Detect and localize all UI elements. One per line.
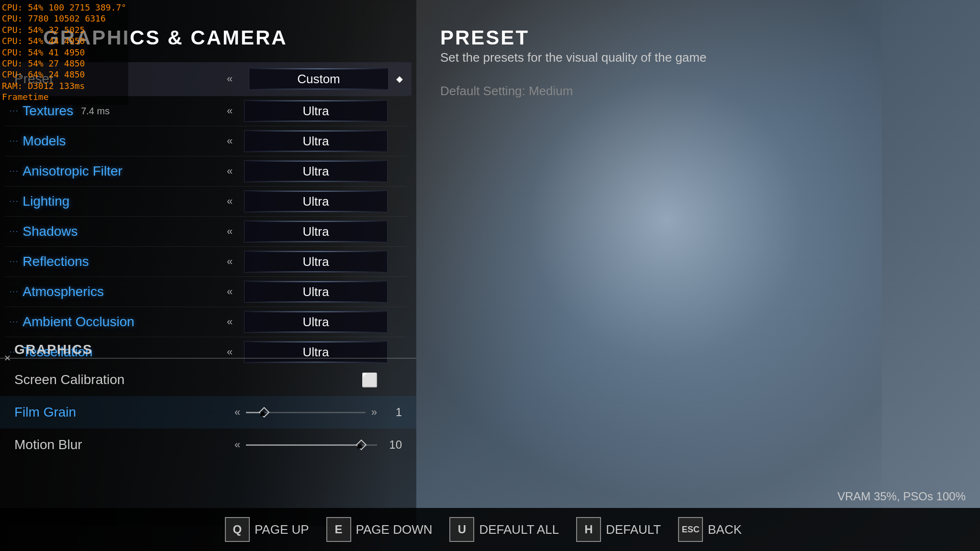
right-panel-title: PRESET <box>440 26 529 49</box>
debug-line: CPU: 54% 44 4950 <box>2 35 126 46</box>
key-u: U <box>449 517 474 542</box>
setting-label-text: Shadows <box>22 224 78 239</box>
right-panel-default: Default Setting: Medium <box>440 84 573 99</box>
models-value: Ultra <box>244 130 388 152</box>
setting-row-lighting[interactable]: ··· Lighting « Ultra <box>0 187 412 216</box>
graphics-row-motion-blur[interactable]: Motion Blur « ◆ 10 <box>0 429 416 461</box>
textures-arrow-left[interactable]: « <box>220 105 239 117</box>
motion-blur-thumb[interactable]: ◆ <box>356 440 367 451</box>
dots-icon: ··· <box>10 318 19 326</box>
label-pagedown: PAGE DOWN <box>356 522 433 537</box>
models-arrow-left[interactable]: « <box>220 135 239 147</box>
setting-row-anisotropic[interactable]: ··· Anisotropic Filter « Ultra <box>0 156 412 186</box>
debug-line: CPU: 64% 24 4850 <box>2 69 126 80</box>
debug-line: Frametime <box>2 91 126 102</box>
dots-icon: ··· <box>10 137 19 145</box>
motion-blur-label: Motion Blur <box>14 437 225 452</box>
shadows-arrow-left[interactable]: « <box>220 225 239 238</box>
dots-icon: ··· <box>10 257 19 266</box>
graphics-section-header: GRAPHICS <box>14 342 93 357</box>
lighting-value: Ultra <box>244 190 388 212</box>
settings-list: Preset « Custom ◆ ··· Textures 7.4 ms « … <box>0 62 412 367</box>
setting-label-text: Lighting <box>22 194 69 209</box>
motion-blur-slider-container: « ◆ 10 <box>234 438 402 452</box>
preset-arrow-left[interactable]: « <box>220 73 239 85</box>
setting-label-text: Anisotropic Filter <box>22 164 122 179</box>
lighting-arrow-left[interactable]: « <box>220 195 239 208</box>
dots-icon: ··· <box>10 197 19 206</box>
setting-row-atmospherics[interactable]: ··· Atmospherics « Ultra <box>0 277 412 307</box>
setting-label-text: Models <box>22 133 66 149</box>
label-defaultall: DEFAULT ALL <box>479 522 559 537</box>
key-esc: ESC <box>678 517 703 542</box>
reflections-arrow-left[interactable]: « <box>220 255 239 268</box>
anisotropic-arrow-left[interactable]: « <box>220 165 239 177</box>
motion-blur-arrow-left[interactable]: « <box>234 439 240 451</box>
film-grain-thumb[interactable]: ◆ <box>258 407 269 418</box>
film-grain-value: 1 <box>383 406 402 419</box>
key-e: E <box>326 517 351 542</box>
dots-icon: ··· <box>10 287 19 296</box>
debug-line: CPU: 54% 100 2715 389.7° <box>2 2 126 13</box>
film-grain-track[interactable]: ◆ <box>246 412 366 413</box>
label-default: DEFAULT <box>606 522 661 537</box>
screen-calibration-icon: ⬜ <box>361 372 378 388</box>
setting-sub: 7.4 ms <box>81 106 110 117</box>
screen-calibration-label: Screen Calibration <box>14 372 225 387</box>
film-grain-label: Film Grain <box>14 405 225 420</box>
tessellation-arrow-left[interactable]: « <box>220 346 239 358</box>
dots-icon: ··· <box>10 227 19 236</box>
film-grain-slider-container: « ◆ » 1 <box>234 406 402 419</box>
setting-row-reflections[interactable]: ··· Reflections « Ultra <box>0 247 412 276</box>
film-grain-arrow-right[interactable]: » <box>371 406 377 419</box>
preset-diamond: ◆ <box>396 74 403 84</box>
film-grain-arrow-left[interactable]: « <box>234 406 240 419</box>
bottom-toolbar: Q PAGE UP E PAGE DOWN U DEFAULT ALL H DE… <box>0 508 980 551</box>
dots-icon: ··· <box>10 107 19 115</box>
setting-label-text: Reflections <box>22 254 89 269</box>
label-back: BACK <box>708 522 742 537</box>
toolbar-item-back[interactable]: ESC BACK <box>678 517 755 542</box>
section-divider <box>0 358 416 359</box>
setting-row-ambient-occlusion[interactable]: ··· Ambient Occlusion « Ultra <box>0 307 412 337</box>
right-panel-description: Set the presets for the visual quality o… <box>440 50 727 65</box>
setting-row-models[interactable]: ··· Models « Ultra <box>0 126 412 156</box>
atmospherics-value: Ultra <box>244 281 388 303</box>
textures-value: Ultra <box>244 100 388 122</box>
debug-line: CPU: 54% 41 4950 <box>2 47 126 58</box>
setting-label-text: Textures <box>22 103 73 119</box>
motion-blur-value: 10 <box>383 438 402 452</box>
label-pageup: PAGE UP <box>255 522 309 537</box>
ambient-occlusion-arrow-left[interactable]: « <box>220 316 239 328</box>
setting-row-shadows[interactable]: ··· Shadows « Ultra <box>0 217 412 246</box>
setting-label-text: Atmospherics <box>22 284 104 299</box>
dots-icon: ··· <box>10 167 19 176</box>
toolbar-item-defaultall[interactable]: U DEFAULT ALL <box>449 517 572 542</box>
vram-info: VRAM 35%, PSOs 100% <box>837 490 966 503</box>
debug-overlay: CPU: 54% 100 2715 389.7° CPU: 7780 10502… <box>0 0 128 105</box>
tessellation-value: Ultra <box>244 341 388 363</box>
ambient-occlusion-value: Ultra <box>244 311 388 333</box>
key-q: Q <box>225 517 250 542</box>
graphics-row-film-grain[interactable]: Film Grain « ◆ » 1 <box>0 396 416 429</box>
motion-blur-track[interactable]: ◆ <box>246 444 377 446</box>
reflections-value: Ultra <box>244 251 388 273</box>
toolbar-item-default[interactable]: H DEFAULT <box>576 517 674 542</box>
setting-label-text: Ambient Occlusion <box>22 314 134 330</box>
debug-line: CPU: 54% 32 5025 <box>2 24 126 35</box>
shadows-value: Ultra <box>244 220 388 242</box>
toolbar-item-pageup[interactable]: Q PAGE UP <box>225 517 323 542</box>
anisotropic-value: Ultra <box>244 160 388 182</box>
preset-value: Custom <box>249 68 389 90</box>
debug-line: RAM: D3012 133ms <box>2 80 126 91</box>
toolbar-item-pagedown[interactable]: E PAGE DOWN <box>326 517 446 542</box>
debug-line: CPU: 7780 10502 6316 <box>2 13 126 24</box>
graphics-rows: Screen Calibration ⬜ Film Grain « ◆ » 1 … <box>0 364 416 461</box>
graphics-row-screen-calibration[interactable]: Screen Calibration ⬜ <box>0 364 416 396</box>
atmospherics-arrow-left[interactable]: « <box>220 286 239 298</box>
debug-line: CPU: 54% 27 4850 <box>2 58 126 69</box>
key-h: H <box>576 517 601 542</box>
motion-blur-fill <box>246 444 361 446</box>
